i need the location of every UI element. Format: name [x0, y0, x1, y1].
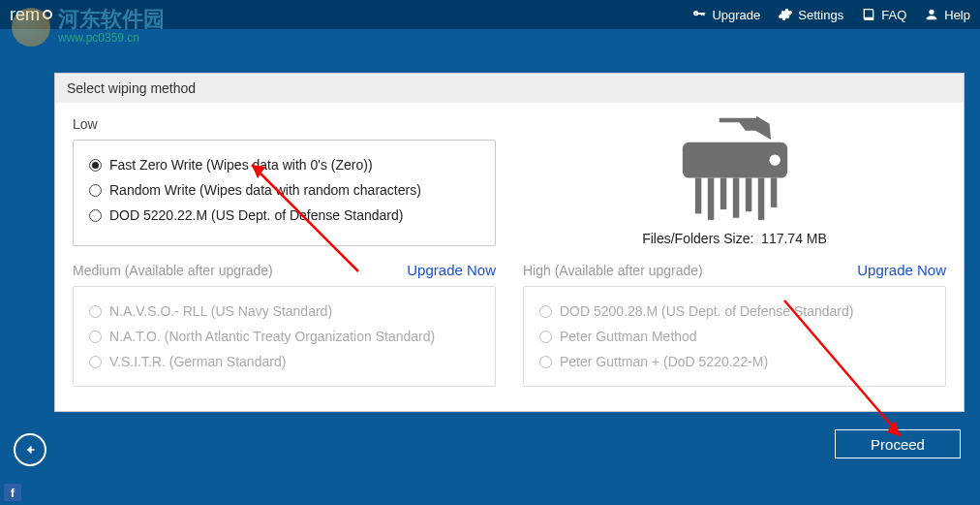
proceed-label: Proceed [871, 436, 925, 453]
radio-random-write[interactable]: Random Write (Wipes data with random cha… [89, 177, 479, 203]
upgrade-nav-label: Upgrade [712, 8, 760, 22]
radio-dod-522022[interactable]: DOD 5220.22.M (US Dept. of Defense Stand… [89, 203, 479, 228]
upgrade-now-link-high[interactable]: Upgrade Now [857, 262, 946, 278]
gear-icon [778, 7, 793, 22]
help-nav-label: Help [944, 8, 970, 22]
high-options-box: DOD 5200.28.M (US Dept. of Defense Stand… [523, 286, 946, 387]
top-nav: Upgrade Settings FAQ Help [691, 7, 970, 22]
low-section-label: Low [73, 116, 496, 132]
logo: rem [10, 5, 53, 25]
radio-guttman-plus: Peter Guttman + (DoD 5220.22-M) [539, 349, 930, 374]
low-options-box: Fast Zero Write (Wipes data with 0's (Ze… [73, 140, 496, 246]
radio-label: DOD 5220.22.M (US Dept. of Defense Stand… [109, 207, 403, 223]
radio-nato: N.A.T.O. (North Atlantic Treaty Organiza… [89, 324, 479, 349]
settings-nav[interactable]: Settings [778, 7, 843, 22]
svg-rect-11 [770, 178, 777, 207]
radio-icon [539, 356, 552, 368]
facebook-icon[interactable]: f [4, 484, 21, 501]
svg-rect-10 [757, 178, 764, 220]
radio-label: Fast Zero Write (Wipes data with 0's (Ze… [109, 157, 373, 173]
card-title: Select wiping method [55, 74, 964, 103]
svg-rect-8 [732, 178, 739, 218]
proceed-button[interactable]: Proceed [835, 429, 961, 458]
radio-label: Peter Guttman Method [560, 329, 697, 344]
radio-icon [539, 305, 552, 318]
radio-icon [89, 184, 102, 197]
radio-label: DOD 5200.28.M (US Dept. of Defense Stand… [560, 303, 853, 319]
person-icon [924, 7, 939, 22]
svg-rect-13 [28, 449, 35, 451]
radio-label: N.A.T.O. (North Atlantic Treaty Organiza… [109, 329, 435, 344]
shredder-illustration: Files/Folders Size: 117.74 MB [523, 112, 946, 246]
high-section-label: High (Available after upgrade) [523, 263, 703, 278]
radio-icon [89, 209, 102, 222]
settings-nav-label: Settings [798, 8, 843, 22]
medium-section-label: Medium (Available after upgrade) [73, 263, 273, 278]
back-button[interactable] [14, 433, 46, 466]
radio-label: V.S.I.T.R. (German Standard) [109, 354, 286, 369]
radio-icon [89, 356, 102, 368]
size-label: Files/Folders Size: [642, 231, 753, 246]
radio-icon [539, 331, 552, 343]
help-nav[interactable]: Help [924, 7, 970, 22]
svg-rect-9 [745, 178, 751, 212]
radio-icon [89, 331, 102, 343]
svg-rect-7 [720, 178, 726, 210]
radio-guttman: Peter Guttman Method [539, 324, 930, 349]
book-icon [861, 7, 876, 22]
faq-nav[interactable]: FAQ [861, 7, 906, 22]
shredder-icon [672, 112, 798, 229]
radio-label: Peter Guttman + (DoD 5220.22-M) [560, 354, 768, 369]
radio-label: Random Write (Wipes data with random cha… [109, 182, 421, 198]
upgrade-nav[interactable]: Upgrade [691, 7, 760, 22]
radio-fast-zero[interactable]: Fast Zero Write (Wipes data with 0's (Ze… [89, 152, 479, 177]
svg-rect-6 [707, 178, 714, 220]
faq-nav-label: FAQ [881, 8, 906, 22]
size-value: 117.74 MB [761, 231, 827, 246]
radio-icon [89, 159, 102, 172]
upgrade-now-link-medium[interactable]: Upgrade Now [407, 262, 496, 278]
arrow-left-icon [21, 441, 39, 458]
title-bar: rem Upgrade Settings FAQ Help [0, 0, 980, 29]
wiping-method-card: Select wiping method Low Fast Zero Write… [54, 73, 965, 412]
medium-options-box: N.A.V.S.O.- RLL (US Navy Standard) N.A.T… [73, 286, 496, 387]
radio-icon [89, 305, 102, 318]
key-icon [691, 7, 707, 22]
size-line: Files/Folders Size: 117.74 MB [642, 231, 827, 246]
radio-vsitr: V.S.I.T.R. (German Standard) [89, 349, 479, 374]
radio-label: N.A.V.S.O.- RLL (US Navy Standard) [109, 303, 332, 319]
radio-navso: N.A.V.S.O.- RLL (US Navy Standard) [89, 299, 479, 324]
radio-dod-520028: DOD 5200.28.M (US Dept. of Defense Stand… [539, 299, 930, 324]
svg-rect-5 [694, 178, 701, 214]
svg-point-12 [769, 155, 780, 166]
